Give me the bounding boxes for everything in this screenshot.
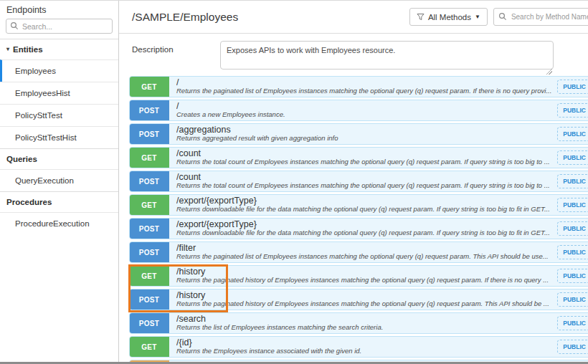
method-badge: GET [129,265,169,287]
access-label: PUBLIC [563,225,586,232]
method-badge: GET [129,194,169,216]
sidebar-section-label: Queries [6,155,37,163]
endpoint-info: /countReturns the total count of Employe… [169,171,557,191]
endpoint-row[interactable]: POST/aggregationsReturns aggregated resu… [129,123,588,145]
method-search-input[interactable] [493,8,588,26]
method-badge: POST [129,289,169,310]
endpoint-description: Returns aggregated result with given agg… [176,135,551,143]
endpoint-description: Returns downloadable file for the data m… [176,206,551,214]
access-dropdown-button[interactable]: PUBLIC▼ [557,174,588,188]
access-label: PUBLIC [563,296,586,303]
method-badge: POST [129,218,169,239]
endpoint-description: Returns downloadable file for the data m… [176,229,551,237]
endpoint-row[interactable]: GET/{id}Returns the Employees instance a… [129,336,588,358]
endpoint-row[interactable]: GET/export/{exportType}Returns downloada… [129,194,588,216]
api-explorer-app: Endpoints ▾EntitiesEmployeesEmployeesHis… [0,0,588,362]
endpoint-row[interactable]: POST/export/{exportType}Returns download… [129,218,588,239]
endpoint-description: Creates a new Employees instance. [176,111,551,119]
access-dropdown-button[interactable]: PUBLIC▼ [557,221,588,236]
search-icon [10,21,19,30]
endpoint-row[interactable]: GET/countReturns the total count of Empl… [129,147,588,168]
endpoint-path: / [176,101,551,111]
access-label: PUBLIC [563,201,586,209]
endpoint-info: /export/{exportType}Returns downloadable… [169,219,557,239]
sidebar-title: Endpoints [0,1,118,19]
endpoint-path: /count [176,148,551,158]
main-panel: /SAMPLE/Employees All Methods ▼ Descript… [119,1,588,362]
sidebar-item-procedureexecution[interactable]: ProcedureExecution [0,212,118,234]
endpoint-info: /aggregationsReturns aggregated result w… [169,124,557,144]
access-dropdown-button[interactable]: PUBLIC▼ [557,316,588,330]
endpoint-info: /filterReturns the paginated list of Emp… [169,242,557,262]
endpoint-description: Returns the paginated list of Employees … [176,87,551,95]
method-badge: POST [129,123,169,145]
access-dropdown-button[interactable]: PUBLIC▼ [557,269,588,283]
main-header: /SAMPLE/Employees All Methods ▼ [119,1,588,34]
endpoint-path: /aggregations [176,125,551,135]
endpoint-row[interactable]: POST/searchReturns the list of Employees… [129,312,588,334]
sidebar-search-input[interactable] [6,19,113,34]
endpoint-info: /{id}Returns the Employees instance asso… [169,337,557,357]
chevron-down-icon: ▼ [475,14,480,20]
access-label: PUBLIC [563,83,586,90]
access-dropdown-button[interactable]: PUBLIC▼ [557,340,588,354]
endpoint-description: Returns the paginated history of Employe… [176,300,551,308]
access-label: PUBLIC [563,272,586,279]
endpoint-description: Returns the paginated history of Employe… [176,277,551,284]
sidebar-item-policystttesthist[interactable]: PolicySttTestHist [0,126,118,148]
method-badge: GET [129,76,169,97]
method-search [493,8,588,26]
sidebar-section-entities[interactable]: ▾Entities [0,39,118,59]
sidebar-section-label: Procedures [6,198,52,206]
endpoint-row[interactable]: POST/historyReturns the paginated histor… [129,289,588,310]
sidebar-item-policystttest[interactable]: PolicySttTest [0,104,118,126]
access-dropdown-button[interactable]: PUBLIC▼ [557,198,588,212]
description-textarea-wrap: Exposes APIs to work with Employees reso… [220,41,554,76]
endpoint-row[interactable]: POST/countReturns the total count of Emp… [129,171,588,192]
access-dropdown-button[interactable]: PUBLIC▼ [557,150,588,165]
description-label: Description [132,41,220,76]
access-dropdown-button[interactable]: PUBLIC▼ [557,292,588,307]
access-label: PUBLIC [563,249,586,256]
description-textarea[interactable]: Exposes APIs to work with Employees reso… [220,41,554,70]
endpoint-path: /{id} [176,337,551,348]
sidebar-item-employees[interactable]: Employees [0,59,118,82]
sidebar-section-procedures[interactable]: Procedures [0,191,118,212]
all-methods-label: All Methods [428,13,471,21]
endpoint-path: /history [176,290,551,300]
endpoints-sidebar: Endpoints ▾EntitiesEmployeesEmployeesHis… [0,1,119,362]
endpoints-list: GET/Returns the paginated list of Employ… [129,76,588,363]
endpoint-info: /export/{exportType}Returns downloadable… [169,195,557,215]
access-label: PUBLIC [563,320,586,327]
search-icon [498,12,507,21]
endpoint-row[interactable]: POST/Creates a new Employees instance.PU… [129,100,588,121]
method-badge: POST [129,241,169,263]
sidebar-sections: ▾EntitiesEmployeesEmployeesHistPolicyStt… [0,39,118,234]
endpoint-description: Returns the total count of Employees ins… [176,182,551,190]
all-methods-dropdown[interactable]: All Methods ▼ [409,8,488,26]
sidebar-item-queryexecution[interactable]: QueryExecution [0,169,118,191]
method-badge: POST [129,171,169,192]
sidebar-section-label: Entities [13,45,43,54]
access-dropdown-button[interactable]: PUBLIC▼ [557,80,588,94]
endpoint-description: Returns the total count of Employees ins… [176,158,551,166]
access-dropdown-button[interactable]: PUBLIC▼ [557,127,588,141]
endpoint-path: /history [176,267,551,277]
endpoint-description: Returns the list of Employees instances … [176,324,551,332]
endpoint-row[interactable]: GET/historyReturns the paginated history… [129,265,588,287]
endpoints-content: Description Exposes APIs to work with Em… [119,34,588,363]
endpoint-info: /Returns the paginated list of Employees… [169,77,557,97]
endpoint-info: /searchReturns the list of Employees ins… [169,313,557,333]
page-title: /SAMPLE/Employees [132,11,409,24]
access-dropdown-button[interactable]: PUBLIC▼ [557,103,588,118]
sidebar-section-queries[interactable]: Queries [0,148,118,169]
endpoint-description: Returns the paginated list of Employees … [176,253,551,261]
endpoint-row[interactable]: GET/Returns the paginated list of Employ… [129,76,588,97]
endpoint-path: /export/{exportType} [176,196,551,206]
sidebar-item-employeeshist[interactable]: EmployeesHist [0,82,118,104]
access-dropdown-button[interactable]: PUBLIC▼ [557,245,588,259]
endpoint-path: / [176,77,551,87]
endpoint-row[interactable]: POST/filterReturns the paginated list of… [129,241,588,263]
endpoint-path: /count [176,172,551,182]
endpoint-info: /historyReturns the paginated history of… [169,266,557,286]
